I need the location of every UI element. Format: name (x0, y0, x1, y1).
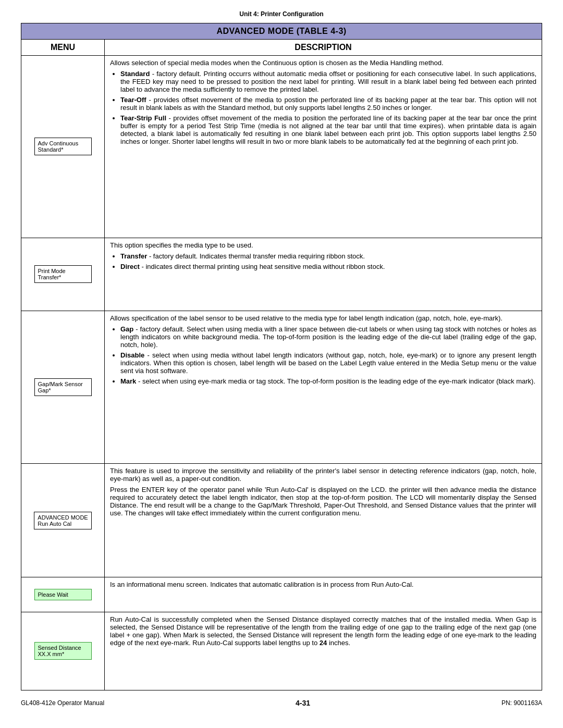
list-item: Mark - select when using eye-mark media … (120, 377, 536, 385)
table-title: ADVANCED MODE (TABLE 4-3) (21, 23, 542, 40)
footer-center: 4-31 (296, 699, 310, 707)
desc-cell: This feature is used to improve the sens… (105, 463, 542, 577)
menu-cell: ADVANCED MODERun Auto Cal (21, 463, 105, 577)
desc-cell: Allows specification of the label sensor… (105, 311, 542, 464)
menu-cell: Sensed DistanceXX.X mm* (21, 612, 105, 690)
col-menu-header: MENU (21, 40, 105, 56)
desc-intro: Allows specification of the label sensor… (110, 314, 536, 322)
col-desc-header: DESCRIPTION (105, 40, 542, 56)
menu-box: Sensed DistanceXX.X mm* (34, 642, 92, 660)
table-row: Please WaitIs an informational menu scre… (21, 577, 542, 612)
table-row: Gap/Mark SensorGap*Allows specification … (21, 311, 542, 464)
desc-list: Gap - factory default. Select when using… (120, 325, 536, 385)
menu-box: Gap/Mark SensorGap* (34, 378, 92, 396)
desc-cell: Allows selection of special media modes … (105, 56, 542, 238)
menu-label-line: Please Wait (38, 591, 68, 598)
menu-label-line: ADVANCED MODE (38, 514, 88, 521)
menu-box: Adv ContinuousStandard* (34, 138, 92, 155)
list-item: Gap - factory default. Select when using… (120, 325, 536, 349)
list-item: Tear-Off - provides offset movement of t… (120, 96, 536, 112)
desc-bold-word: 24 (320, 639, 327, 647)
list-item-term: Standard (120, 70, 150, 78)
table-row: Sensed DistanceXX.X mm*Run Auto-Cal is s… (21, 612, 542, 690)
list-item-term: Tear-Strip Full (120, 114, 166, 122)
desc-intro: Allows selection of special media modes … (110, 59, 536, 67)
menu-label-line: Gap/Mark Sensor (38, 381, 83, 387)
table-row: ADVANCED MODERun Auto CalThis feature is… (21, 463, 542, 577)
list-item-term: Tear-Off (120, 96, 146, 104)
desc-body: Press the ENTER key of the operator pane… (110, 486, 536, 517)
top-header: Unit 4: Printer Configuration (21, 10, 542, 18)
list-item: Tear-Strip Full - provides offset moveme… (120, 114, 536, 145)
menu-label-line: Transfer* (38, 274, 62, 280)
desc-intro: This feature is used to improve the sens… (110, 467, 536, 483)
menu-cell: Please Wait (21, 577, 105, 612)
menu-label-line: Standard* (38, 146, 64, 153)
menu-label-line: Print Mode (38, 268, 66, 274)
footer: GL408-412e Operator Manual 4-31 PN: 9001… (21, 699, 542, 707)
desc-cell: Run Auto-Cal is successfully completed w… (105, 612, 542, 690)
list-item-term: Disable (120, 351, 144, 359)
list-item: Transfer - factory default. Indicates th… (120, 252, 536, 260)
menu-box: Please Wait (34, 589, 92, 600)
menu-label-line: Run Auto Cal (38, 521, 71, 527)
menu-cell: Gap/Mark SensorGap* (21, 311, 105, 464)
list-item-term: Direct (120, 263, 140, 270)
main-table: ADVANCED MODE (TABLE 4-3) MENU DESCRIPTI… (21, 23, 542, 690)
desc-body: Run Auto-Cal is successfully completed w… (110, 615, 536, 647)
menu-box: ADVANCED MODERun Auto Cal (34, 512, 91, 529)
list-item-term: Gap (120, 325, 133, 333)
list-item: Disable - select when using media withou… (120, 351, 536, 375)
footer-left: GL408-412e Operator Manual (21, 699, 104, 707)
desc-intro: Is an informational menu screen. Indicat… (110, 581, 536, 588)
menu-label-line: Sensed Distance (38, 645, 81, 651)
table-row: Adv ContinuousStandard*Allows selection … (21, 56, 542, 238)
menu-label-line: Gap* (38, 387, 51, 393)
table-row: Print ModeTransfer*This option specifies… (21, 238, 542, 311)
desc-list: Standard - factory default. Printing occ… (120, 70, 536, 145)
list-item-term: Mark (120, 377, 136, 385)
list-item: Standard - factory default. Printing occ… (120, 70, 536, 93)
menu-box: Print ModeTransfer* (34, 265, 92, 283)
list-item-term: Transfer (120, 252, 147, 260)
menu-cell: Print ModeTransfer* (21, 238, 105, 311)
page: Unit 4: Printer Configuration ADVANCED M… (0, 0, 563, 728)
list-item: Direct - indicates direct thermal printi… (120, 263, 536, 270)
footer-right: PN: 9001163A (501, 699, 542, 707)
desc-cell: This option specifies the media type to … (105, 238, 542, 311)
menu-label-line: Adv Continuous (38, 140, 79, 146)
menu-cell: Adv ContinuousStandard* (21, 56, 105, 238)
desc-intro: This option specifies the media type to … (110, 241, 536, 249)
menu-label-line: XX.X mm* (38, 651, 65, 657)
desc-cell: Is an informational menu screen. Indicat… (105, 577, 542, 612)
desc-list: Transfer - factory default. Indicates th… (120, 252, 536, 270)
